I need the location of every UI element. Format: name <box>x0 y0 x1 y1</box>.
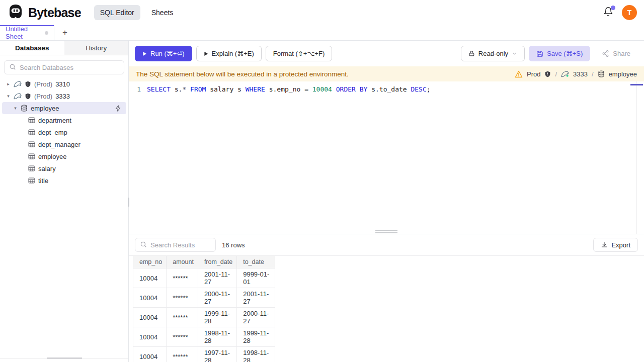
breadcrumb-separator: / <box>555 70 557 78</box>
database-icon <box>21 105 28 112</box>
unsaved-dot-icon <box>45 31 48 35</box>
editor-toolbar: Run (⌘+⏎) Explain (⌘+E) Format (⇧+⌥+F) R… <box>129 41 644 66</box>
database-icon <box>598 70 605 77</box>
results-table-area: emp_noamountfrom_dateto_date 10004******… <box>129 255 644 362</box>
tree-instance-3333[interactable]: ▾(Prod)3333 <box>0 90 128 102</box>
results-table[interactable]: emp_noamountfrom_dateto_date 10004******… <box>133 256 275 362</box>
table-cell[interactable]: ****** <box>167 288 198 308</box>
tree-instance-3310[interactable]: ▸(Prod)3310 <box>0 78 128 90</box>
connection-breadcrumb: Prod / 3333 / <box>515 70 637 78</box>
database-search-placeholder: Search Databases <box>20 64 73 71</box>
table-cell[interactable]: 9999-01-01 <box>237 268 275 288</box>
lightning-icon[interactable] <box>115 105 121 112</box>
table-cell[interactable]: 10004 <box>133 327 167 347</box>
tree-table-salary[interactable]: salary <box>0 162 128 174</box>
table-row[interactable]: 10004******1999-11-282000-11-27 <box>133 308 275 327</box>
tree-database-employee[interactable]: ▾employee <box>2 102 126 114</box>
tree-table-dept_emp[interactable]: dept_emp <box>0 126 128 138</box>
play-icon <box>142 51 147 56</box>
caret-down-icon[interactable]: ▾ <box>6 94 11 99</box>
sidebar-resize-handle[interactable] <box>128 198 129 207</box>
table-cell[interactable]: 1999-11-28 <box>198 308 236 327</box>
results-search[interactable]: Search Results <box>135 238 216 252</box>
instance-name: 3333 <box>55 93 70 100</box>
brand-name: Bytebase <box>28 6 81 20</box>
share-button-label: Share <box>613 50 630 57</box>
tree-table-department[interactable]: department <box>0 114 128 126</box>
results-toolbar: Search Results 16 rows Export <box>129 234 644 255</box>
code-line[interactable]: 1 SELECT s.* FROM salary s WHERE s.emp_n… <box>129 84 644 94</box>
explain-button[interactable]: Explain (⌘+E) <box>196 46 262 61</box>
database-search[interactable]: Search Databases <box>4 60 124 74</box>
table-cell[interactable]: 2000-11-27 <box>198 288 236 308</box>
readonly-mode-dropdown[interactable]: Read-only <box>461 46 525 61</box>
table-cell[interactable]: ****** <box>167 327 198 347</box>
editor-overview-ruler <box>636 81 637 234</box>
shield-icon <box>25 81 31 87</box>
table-cell[interactable]: 2001-11-27 <box>237 288 275 308</box>
table-icon <box>28 177 35 184</box>
tab-databases[interactable]: Databases <box>0 41 64 55</box>
tree-table-dept_manager[interactable]: dept_manager <box>0 138 128 150</box>
sidebar-tabs: Databases History <box>0 41 128 55</box>
caret-down-icon[interactable]: ▾ <box>13 106 18 111</box>
sidebar-footer-resize-handle[interactable] <box>47 357 82 359</box>
tab-history[interactable]: History <box>64 41 129 55</box>
mysql-icon <box>14 80 22 87</box>
lock-icon <box>468 50 475 57</box>
table-row[interactable]: 10004******2001-11-279999-01-01 <box>133 268 275 288</box>
table-cell[interactable]: 1998-11-28 <box>237 347 275 362</box>
sql-editor[interactable]: 1 SELECT s.* FROM salary s WHERE s.emp_n… <box>129 81 644 234</box>
instance-label: 3333 <box>573 70 588 78</box>
results-search-placeholder: Search Results <box>150 241 195 249</box>
avatar[interactable]: T <box>622 5 637 20</box>
table-icon <box>28 129 35 135</box>
column-header-amount[interactable]: amount <box>167 256 198 268</box>
tree-table-title[interactable]: title <box>0 174 128 187</box>
column-header-from_date[interactable]: from_date <box>198 256 236 268</box>
table-cell[interactable]: ****** <box>167 347 198 362</box>
table-cell[interactable]: 2000-11-27 <box>237 308 275 327</box>
environment-label: Prod <box>527 70 540 78</box>
caret-right-icon[interactable]: ▸ <box>6 81 11 86</box>
shield-icon <box>544 71 551 77</box>
table-cell[interactable]: 10004 <box>133 308 167 327</box>
table-cell[interactable]: 10004 <box>133 268 167 288</box>
header-right: T <box>603 5 637 20</box>
format-button[interactable]: Format (⇧+⌥+F) <box>266 46 332 61</box>
sheet-tab-strip: Untitled Sheet + <box>0 25 644 41</box>
add-sheet-button[interactable]: + <box>54 25 75 40</box>
tab-untitled-sheet[interactable]: Untitled Sheet <box>0 25 54 40</box>
table-cell[interactable]: 1997-11-28 <box>198 347 236 362</box>
table-cell[interactable]: 10004 <box>133 347 167 362</box>
nav-sql-editor[interactable]: SQL Editor <box>94 5 140 20</box>
table-row[interactable]: 10004******1998-11-281999-11-28 <box>133 327 275 347</box>
save-icon <box>536 50 543 57</box>
share-button[interactable]: Share <box>594 46 638 61</box>
table-cell[interactable]: 1999-11-28 <box>237 327 275 347</box>
results-panel: Search Results 16 rows Export emp_noamou… <box>129 234 644 362</box>
table-cell[interactable]: ****** <box>167 268 198 288</box>
table-cell[interactable]: ****** <box>167 308 198 327</box>
column-header-emp_no[interactable]: emp_no <box>133 256 167 268</box>
table-name: employee <box>38 153 66 160</box>
panel-resize-handle[interactable] <box>375 230 397 233</box>
warning-icon <box>515 70 523 78</box>
save-button[interactable]: Save (⌘+S) <box>529 46 590 61</box>
top-nav: SQL Editor Sheets <box>94 5 180 20</box>
table-row[interactable]: 10004******1997-11-281998-11-28 <box>133 347 275 362</box>
column-header-to_date[interactable]: to_date <box>237 256 275 268</box>
table-row[interactable]: 10004******2000-11-272001-11-27 <box>133 288 275 308</box>
table-cell[interactable]: 10004 <box>133 288 167 308</box>
cursor-position-mark <box>630 84 643 85</box>
nav-sheets[interactable]: Sheets <box>145 5 180 20</box>
sheet-tab-label: Untitled Sheet <box>6 25 40 40</box>
export-button[interactable]: Export <box>593 238 638 252</box>
bytebase-logo[interactable]: Bytebase <box>7 3 81 22</box>
notification-bell-button[interactable] <box>603 7 614 18</box>
table-cell[interactable]: 1998-11-28 <box>198 327 236 347</box>
table-cell[interactable]: 2001-11-27 <box>198 268 236 288</box>
row-count: 16 rows <box>222 241 245 249</box>
tree-table-employee[interactable]: employee <box>0 150 128 162</box>
run-button[interactable]: Run (⌘+⏎) <box>135 46 192 61</box>
